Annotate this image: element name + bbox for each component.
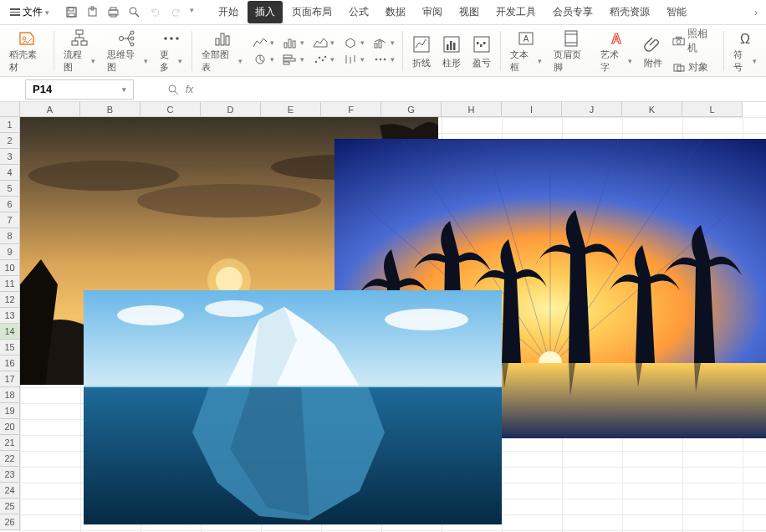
redo-icon[interactable] xyxy=(169,6,182,19)
image-iceberg[interactable] xyxy=(84,290,502,524)
pie-chart-mini[interactable]: ▾ xyxy=(251,52,276,67)
header-footer-button[interactable]: 页眉页脚 xyxy=(548,27,595,75)
print-icon[interactable] xyxy=(106,6,120,19)
more-charts-mini[interactable]: ▾ xyxy=(371,52,396,67)
spreadsheet-area: A B C D E F G H I J K L 1234567891011121… xyxy=(0,102,766,532)
stock-chart-mini[interactable]: ▾ xyxy=(341,52,366,67)
area-chart-mini[interactable]: ▾ xyxy=(311,35,336,50)
row-header[interactable]: 9 xyxy=(0,244,20,260)
row-header[interactable]: 7 xyxy=(0,212,20,228)
col-header[interactable]: D xyxy=(201,102,261,117)
column-chart-mini[interactable]: ▾ xyxy=(281,35,306,50)
tab-devtools[interactable]: 开发工具 xyxy=(488,1,544,23)
col-header[interactable]: C xyxy=(140,102,201,117)
all-charts-button[interactable]: 全部图表▾ xyxy=(196,27,248,75)
col-header[interactable]: H xyxy=(442,102,502,117)
row-header[interactable]: 6 xyxy=(0,197,20,212)
col-header[interactable]: J xyxy=(562,102,622,117)
row-header[interactable]: 17 xyxy=(0,371,20,387)
tab-data[interactable]: 数据 xyxy=(378,1,413,23)
bar-chart-mini[interactable]: ▾ xyxy=(281,52,306,67)
undo-icon[interactable] xyxy=(148,6,161,19)
symbol-button[interactable]: Ω 符号▾ xyxy=(728,27,763,75)
row-header[interactable]: 26 xyxy=(0,514,20,530)
object-button[interactable]: 对象 xyxy=(671,59,717,76)
radar-chart-mini[interactable]: ▾ xyxy=(341,35,366,50)
scatter-chart-mini[interactable]: ▾ xyxy=(311,52,336,67)
row-header[interactable]: 2 xyxy=(0,133,20,149)
col-header[interactable]: G xyxy=(381,102,442,117)
flowchart-button[interactable]: 流程图▾ xyxy=(58,27,101,75)
row-header[interactable]: 25 xyxy=(0,499,20,514)
fx-icon[interactable]: fx xyxy=(186,84,193,95)
col-header[interactable]: L xyxy=(682,102,743,117)
sparkline-line-button[interactable]: 折线 xyxy=(406,27,437,75)
print-preview-icon[interactable] xyxy=(127,6,140,19)
find-icon[interactable] xyxy=(167,84,179,95)
row-header[interactable]: 21 xyxy=(0,435,20,451)
tab-docer[interactable]: 稻壳资源 xyxy=(602,1,657,23)
formula-input[interactable] xyxy=(200,79,766,100)
row-header[interactable]: 13 xyxy=(0,308,20,324)
camera-button[interactable]: 照相机 xyxy=(671,25,717,57)
tab-review[interactable]: 审阅 xyxy=(415,1,450,23)
row-header[interactable]: 5 xyxy=(0,181,20,197)
tab-formula[interactable]: 公式 xyxy=(341,1,376,23)
row-headers: 1234567891011121314151617181920212223242… xyxy=(0,117,20,530)
col-header[interactable]: K xyxy=(622,102,682,117)
row-header[interactable]: 12 xyxy=(0,292,20,308)
tab-start[interactable]: 开始 xyxy=(211,1,246,23)
sparkline-bar-button[interactable]: 柱形 xyxy=(437,27,467,75)
tab-view[interactable]: 视图 xyxy=(452,1,487,23)
combo-chart-mini[interactable]: ▾ xyxy=(371,35,396,50)
tab-pagelayout[interactable]: 页面布局 xyxy=(284,1,340,23)
svg-rect-10 xyxy=(76,30,83,34)
tab-insert[interactable]: 插入 xyxy=(248,1,283,23)
file-menu[interactable]: 文件 ▾ xyxy=(5,3,54,22)
tab-member[interactable]: 会员专享 xyxy=(545,1,600,23)
col-header[interactable]: F xyxy=(321,102,381,117)
row-header[interactable]: 22 xyxy=(0,451,20,467)
more-button[interactable]: 更多▾ xyxy=(154,27,189,75)
col-header[interactable]: I xyxy=(502,102,562,117)
mindmap-label: 思维导图 xyxy=(107,49,142,74)
tab-smart[interactable]: 智能 xyxy=(659,1,694,23)
row-header[interactable]: 4 xyxy=(0,165,20,181)
row-header[interactable]: 1 xyxy=(0,117,20,133)
sparkline-winloss-button[interactable]: 盈亏 xyxy=(467,27,497,75)
svg-rect-50 xyxy=(483,42,486,44)
save-as-icon[interactable] xyxy=(85,6,99,19)
row-header[interactable]: 18 xyxy=(0,387,20,403)
textbox-button[interactable]: A 文本框▾ xyxy=(504,27,548,75)
qat-dropdown-icon[interactable]: ▾ xyxy=(190,6,194,19)
chart-mini-group5: ▾ ▾ xyxy=(369,32,399,70)
wordart-button[interactable]: A 艺术字▾ xyxy=(595,27,638,75)
row-header[interactable]: 23 xyxy=(0,467,20,483)
col-header[interactable]: A xyxy=(20,102,80,117)
tabs-overflow-icon[interactable]: › xyxy=(751,3,761,22)
row-header[interactable]: 8 xyxy=(0,228,20,244)
select-all-corner[interactable] xyxy=(0,102,20,117)
name-box[interactable]: P14 ▾ xyxy=(25,79,134,100)
col-header[interactable]: E xyxy=(261,102,321,117)
svg-point-32 xyxy=(322,59,324,60)
attachment-button[interactable]: 附件 xyxy=(638,27,668,75)
row-header[interactable]: 16 xyxy=(0,356,20,371)
row-header[interactable]: 11 xyxy=(0,276,20,292)
docer-material-label: 稻壳素材 xyxy=(9,49,44,74)
col-header[interactable]: B xyxy=(80,102,140,117)
row-header[interactable]: 15 xyxy=(0,340,20,356)
row-header[interactable]: 20 xyxy=(0,419,20,435)
row-header[interactable]: 10 xyxy=(0,260,20,276)
docer-material-button[interactable]: 稻壳素材 xyxy=(3,27,50,75)
mindmap-button[interactable]: 思维导图▾ xyxy=(101,27,154,75)
row-header[interactable]: 14 xyxy=(0,324,20,340)
more-label: 更多 xyxy=(160,49,177,74)
line-chart-mini[interactable]: ▾ xyxy=(251,35,276,50)
row-header[interactable]: 24 xyxy=(0,483,20,499)
svg-rect-38 xyxy=(379,41,381,48)
save-icon[interactable] xyxy=(64,6,78,19)
svg-rect-12 xyxy=(81,41,87,45)
row-header[interactable]: 3 xyxy=(0,149,20,165)
row-header[interactable]: 19 xyxy=(0,403,20,419)
